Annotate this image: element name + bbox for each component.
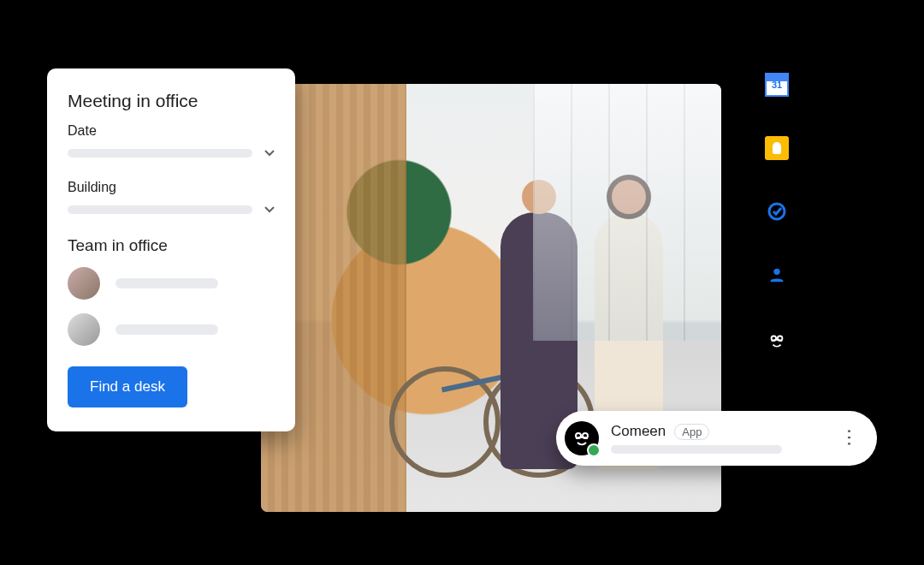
- chevron-down-icon: [264, 206, 275, 213]
- team-member: [68, 313, 275, 346]
- placeholder-bar: [116, 278, 218, 288]
- placeholder-bar: [68, 149, 252, 158]
- keep-icon[interactable]: [765, 136, 789, 160]
- team-member: [68, 267, 275, 300]
- comeen-app-icon[interactable]: [762, 326, 791, 355]
- placeholder-bar: [68, 205, 252, 214]
- placeholder-bar: [611, 445, 782, 454]
- building-select[interactable]: [68, 202, 275, 217]
- avatar: [68, 267, 100, 300]
- comeen-chip[interactable]: Comeen App ⋯: [556, 411, 877, 466]
- building-label: Building: [68, 180, 275, 195]
- tasks-icon[interactable]: [765, 199, 789, 223]
- find-desk-button[interactable]: Find a desk: [68, 366, 187, 407]
- side-panel-rail: [762, 73, 791, 355]
- avatar: [68, 313, 100, 346]
- chevron-down-icon: [264, 150, 275, 157]
- contacts-icon[interactable]: [765, 263, 789, 287]
- meeting-panel: Meeting in office Date Building Team in …: [47, 68, 295, 431]
- chip-meta: Comeen App: [611, 423, 839, 454]
- date-select[interactable]: [68, 146, 275, 161]
- more-icon[interactable]: ⋯: [838, 428, 861, 449]
- panel-title: Meeting in office: [68, 91, 275, 111]
- team-title: Team in office: [68, 236, 275, 255]
- chip-badge: App: [674, 424, 709, 440]
- calendar-icon[interactable]: [765, 73, 789, 97]
- date-label: Date: [68, 123, 275, 139]
- svg-point-1: [773, 269, 779, 275]
- comeen-logo-icon: [565, 421, 599, 455]
- placeholder-bar: [116, 324, 218, 335]
- chip-name: Comeen: [611, 423, 666, 440]
